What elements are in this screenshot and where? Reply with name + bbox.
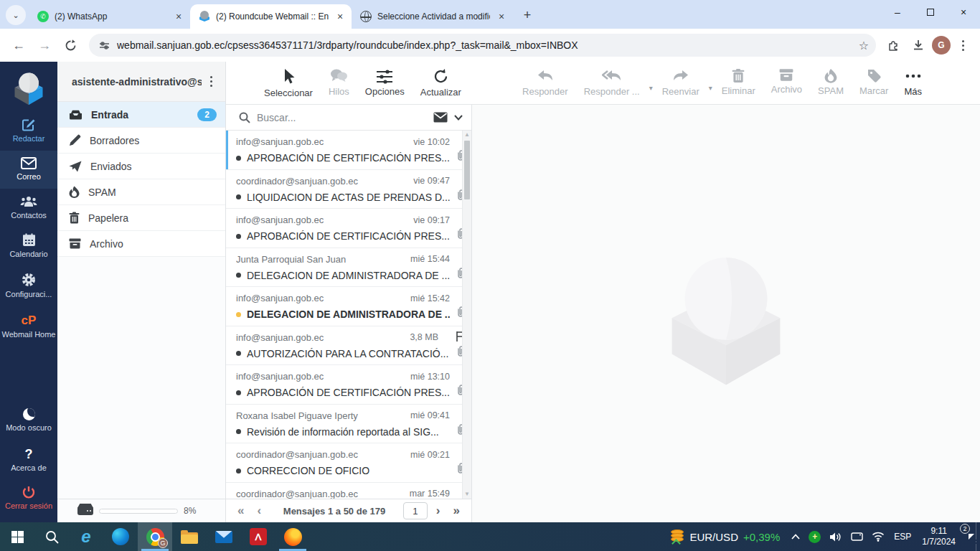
tab-roundcube[interactable]: (2) Roundcube Webmail :: Entra ×	[190, 4, 352, 29]
search-input[interactable]	[257, 112, 427, 123]
bookmark-star-icon[interactable]: ☆	[859, 39, 869, 52]
prev-page-button[interactable]: ‹	[253, 504, 265, 518]
page-number-input[interactable]	[403, 502, 428, 519]
read-status-dot[interactable]	[236, 351, 241, 356]
threads-button[interactable]: Hilos	[321, 68, 357, 98]
message-row[interactable]: info@sanjuan.gob.ec3,8 MB AUTORIZACIÓN P…	[226, 326, 471, 366]
tab-whatsapp[interactable]: ✆ (2) WhatsApp ×	[29, 4, 190, 29]
reply-all-button[interactable]: Responder ...	[576, 68, 648, 97]
address-bar[interactable]: webmail.sanjuan.gob.ec/cpsess3645371171/…	[89, 34, 876, 57]
tab-actividad[interactable]: Seleccione Actividad a modific ×	[352, 4, 513, 29]
taskbar-acrobat-button[interactable]: ꓥ	[241, 522, 275, 551]
first-page-button[interactable]: «	[233, 504, 248, 518]
new-tab-button[interactable]: +	[517, 5, 537, 25]
more-button[interactable]: Más	[896, 68, 930, 97]
account-header[interactable]: asistente-administrativo@sa...	[57, 62, 225, 102]
read-status-dot[interactable]	[236, 390, 241, 395]
folder-archivo[interactable]: Archivo	[57, 231, 225, 257]
taskbar-ie-button[interactable]: e	[69, 522, 103, 551]
folder-spam[interactable]: SPAM	[57, 179, 225, 205]
sidebar-item-cerrar-sesion[interactable]: Cerrar sesión	[0, 479, 57, 518]
tray-expand-button[interactable]	[787, 534, 804, 540]
sidebar-item-calendario[interactable]: Calendario	[0, 227, 57, 266]
taskbar-mail-button[interactable]	[207, 522, 241, 551]
minimize-button[interactable]: –	[881, 0, 914, 24]
tab-close-icon[interactable]: ×	[173, 11, 184, 22]
tab-close-icon[interactable]: ×	[496, 11, 507, 22]
account-menu-button[interactable]	[202, 73, 221, 90]
tray-app-button[interactable]: +	[804, 531, 825, 543]
taskbar-edge-button[interactable]	[103, 522, 138, 551]
options-button[interactable]: Opciones	[357, 68, 413, 98]
read-status-dot[interactable]	[236, 234, 241, 239]
folder-papelera[interactable]: Papelera	[57, 205, 225, 231]
sidebar-item-webmail-home[interactable]: cP Webmail Home	[0, 306, 57, 347]
touchpad-button[interactable]	[847, 532, 867, 542]
taskbar-chrome-button[interactable]: G	[138, 522, 172, 551]
taskbar-explorer-button[interactable]	[172, 522, 207, 551]
message-row[interactable]: info@sanjuan.gob.ecvie 09:17 APROBACIÓN …	[226, 209, 471, 248]
currency-ticker[interactable]: EUR/USD +0,39%	[663, 529, 787, 544]
close-button[interactable]: ×	[947, 0, 980, 24]
search-options-chevron-icon[interactable]	[454, 115, 463, 121]
message-row[interactable]: coordinador@sanjuan.gob.ecvie 09:47 LIQU…	[226, 170, 471, 209]
read-status-dot[interactable]	[236, 273, 241, 278]
back-button[interactable]: ←	[7, 34, 30, 57]
folder-borradores[interactable]: Borradores	[57, 128, 225, 154]
restore-button[interactable]	[914, 0, 947, 24]
sidebar-item-correo[interactable]: Correo	[0, 151, 57, 189]
message-row[interactable]: info@sanjuan.gob.ecmié 13:10 APROBACIÓN …	[226, 365, 471, 405]
browser-menu-button[interactable]	[953, 37, 973, 54]
read-status-dot[interactable]	[236, 429, 241, 434]
spam-button[interactable]: SPAM	[810, 68, 852, 97]
scroll-up-arrow[interactable]: ▲	[463, 131, 471, 139]
read-status-dot[interactable]	[236, 194, 241, 199]
scrollbar-thumb[interactable]	[464, 141, 470, 199]
delete-button[interactable]: Eliminar	[714, 68, 763, 97]
next-page-button[interactable]: ›	[432, 504, 445, 518]
message-row[interactable]: info@sanjuan.gob.ecvie 10:02 APROBACIÓN …	[226, 131, 471, 170]
message-row[interactable]: coordinador@sanjuan.gob.ecmar 15:49	[226, 483, 471, 499]
reply-all-caret[interactable]: ▾	[648, 84, 654, 92]
forward-caret[interactable]: ▾	[707, 84, 714, 92]
sidebar-item-configuracion[interactable]: Configuraci...	[0, 266, 57, 306]
select-button[interactable]: Seleccionar	[256, 68, 321, 98]
taskbar-firefox-button[interactable]	[275, 522, 310, 551]
read-status-dot[interactable]	[236, 468, 241, 474]
sidebar-item-acerca-de[interactable]: ? Acerca de	[0, 440, 57, 480]
language-indicator[interactable]: ESP	[889, 532, 916, 542]
folder-entrada[interactable]: Entrada 2	[57, 102, 225, 128]
scroll-down-arrow[interactable]: ▼	[463, 490, 471, 499]
taskbar-clock[interactable]: 9:11 1/7/2024	[916, 526, 961, 547]
unread-status-dot[interactable]	[236, 312, 241, 317]
read-status-dot[interactable]	[236, 156, 241, 161]
volume-button[interactable]	[825, 532, 847, 542]
folder-enviados[interactable]: Enviados	[57, 154, 225, 179]
reload-button[interactable]	[59, 34, 82, 57]
archive-button[interactable]: Archivo	[763, 68, 810, 97]
extensions-button[interactable]	[883, 34, 905, 56]
mark-button[interactable]: Marcar	[852, 68, 896, 97]
tab-close-icon[interactable]: ×	[334, 11, 346, 22]
sidebar-item-redactar[interactable]: Redactar	[0, 110, 57, 151]
forward-button-mail[interactable]: Reenviar	[654, 68, 707, 97]
last-page-button[interactable]: »	[449, 504, 464, 518]
message-row[interactable]: coordinador@sanjuan.gob.ecmié 09:21 CORR…	[226, 443, 471, 483]
list-scrollbar[interactable]: ▲ ▼	[462, 131, 471, 499]
reply-button[interactable]: Responder	[514, 68, 576, 97]
taskbar-search-button[interactable]	[34, 522, 69, 551]
refresh-button[interactable]: Actualizar	[413, 68, 469, 98]
sidebar-item-modo-oscuro[interactable]: Modo oscuro	[0, 402, 57, 440]
forward-button[interactable]: →	[33, 34, 56, 57]
downloads-button[interactable]	[908, 34, 929, 56]
start-button[interactable]	[0, 522, 34, 551]
sidebar-item-contactos[interactable]: Contactos	[0, 189, 57, 227]
message-row[interactable]: Junta Parroquial San Juanmié 15:44 DELEG…	[226, 248, 471, 288]
message-row[interactable]: Roxana Isabel Piguave Ipertymié 09:41 Re…	[226, 405, 471, 444]
search-scope-envelope-icon[interactable]	[433, 112, 448, 123]
show-desktop-button[interactable]	[976, 522, 980, 551]
message-row[interactable]: info@sanjuan.gob.ecmié 15:42 DELEGACION …	[226, 287, 471, 326]
tab-search-button[interactable]: ⌄	[6, 5, 26, 25]
profile-avatar[interactable]: G	[932, 36, 951, 55]
network-button[interactable]	[867, 532, 889, 542]
